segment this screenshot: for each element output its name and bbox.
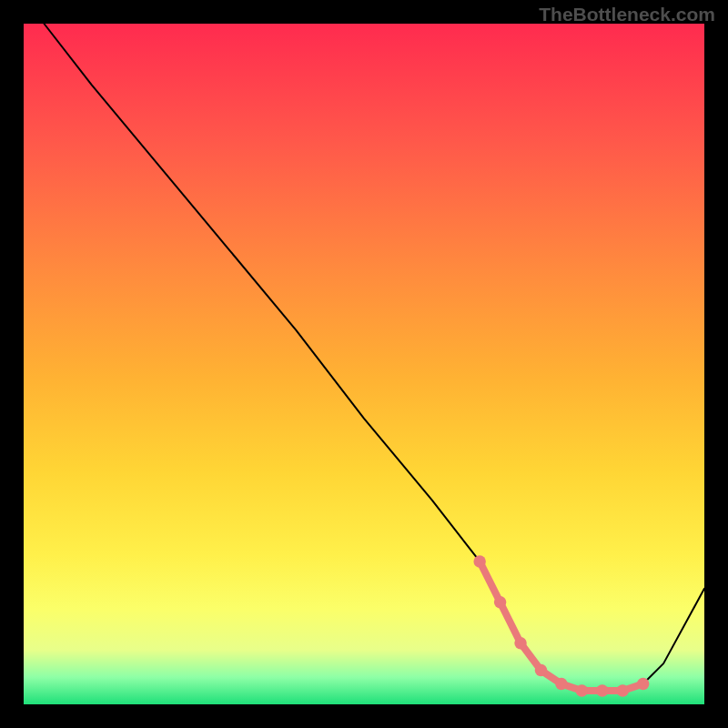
highlight-dot xyxy=(576,684,588,696)
watermark-text: TheBottleneck.com xyxy=(539,4,715,25)
highlight-dot xyxy=(637,678,649,690)
highlight-dot xyxy=(555,678,567,690)
highlight-segment xyxy=(480,561,643,691)
highlight-dot xyxy=(514,637,526,649)
plot-area xyxy=(24,24,704,704)
highlight-dot xyxy=(617,684,629,696)
highlight-dot xyxy=(473,555,485,567)
highlight-dot xyxy=(596,684,608,696)
chart-svg xyxy=(24,24,704,704)
highlight-dot xyxy=(535,664,547,676)
main-curve xyxy=(44,24,704,691)
highlight-dot xyxy=(494,596,506,608)
